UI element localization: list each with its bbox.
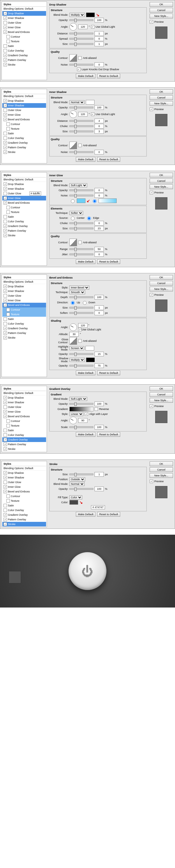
checkbox[interactable]: ✓	[3, 16, 7, 20]
checkbox[interactable]	[3, 136, 7, 140]
checkbox[interactable]: ✓	[3, 485, 7, 489]
radio-color[interactable]	[71, 199, 75, 203]
style-item-bevel_emboss[interactable]: ✓Bevel and Emboss	[2, 303, 46, 307]
checkbox[interactable]: ✓	[91, 113, 94, 116]
style-item-gradient_overlay[interactable]: ✓Gradient Overlay	[2, 326, 46, 331]
reset-default-button[interactable]: Reset to Default	[97, 74, 120, 79]
checkbox[interactable]: ✓	[3, 285, 7, 288]
new-style-button[interactable]: New Style...	[150, 473, 173, 478]
checkbox[interactable]	[6, 419, 10, 423]
value-input[interactable]	[94, 472, 104, 477]
style-item-stroke[interactable]: ✓Stroke	[2, 233, 46, 238]
style-item-satin[interactable]: Satin	[2, 428, 46, 433]
radio-edge[interactable]	[87, 216, 91, 220]
checkbox[interactable]	[3, 21, 7, 25]
radio-gradient[interactable]	[93, 199, 96, 203]
slider[interactable]	[69, 106, 93, 108]
contour-picker[interactable]	[69, 239, 77, 246]
ok-button[interactable]: OK	[150, 89, 173, 94]
angle-dial[interactable]	[69, 323, 77, 331]
select[interactable]: Soft Light	[69, 183, 87, 187]
checkbox[interactable]: ✓	[3, 113, 7, 117]
new-style-button[interactable]: New Style...	[150, 287, 173, 291]
checkbox[interactable]	[3, 192, 7, 195]
gradient-swatch[interactable]	[98, 198, 117, 203]
checkbox[interactable]	[3, 44, 7, 48]
checkbox[interactable]: ✓	[3, 234, 7, 237]
style-item-gradient_overlay[interactable]: ✓Gradient Overlay	[2, 437, 46, 442]
make-default-button[interactable]: Make Default	[76, 157, 95, 162]
checkbox[interactable]: ✓	[3, 229, 7, 232]
checkbox[interactable]	[6, 35, 10, 38]
reset-default-button[interactable]: Reset to Default	[97, 432, 120, 437]
slider[interactable]	[69, 296, 93, 298]
checkbox[interactable]: ✓	[3, 141, 7, 145]
value-input[interactable]	[94, 305, 104, 310]
select[interactable]: Color	[69, 495, 82, 499]
angle-dial[interactable]	[69, 23, 77, 31]
slider[interactable]	[69, 488, 93, 490]
style-item-satin[interactable]: Satin	[2, 131, 46, 136]
style-item-texture[interactable]: Texture	[2, 126, 46, 131]
make-default-button[interactable]: Make Default	[76, 74, 95, 79]
checkbox[interactable]: ✓	[77, 68, 81, 71]
checkbox[interactable]	[3, 132, 7, 135]
style-item-pattern_overlay[interactable]: ✓Pattern Overlay	[2, 228, 46, 233]
style-item-inner_glow[interactable]: ✓Inner Glow	[2, 409, 46, 414]
checkbox[interactable]	[3, 405, 7, 409]
checkbox[interactable]	[3, 322, 7, 326]
style-item-drop_shadow[interactable]: ✓Drop Shadow	[2, 471, 46, 475]
slider[interactable]	[69, 426, 93, 428]
ok-button[interactable]: OK	[150, 2, 173, 7]
select[interactable]: Normal	[69, 100, 85, 104]
checkbox[interactable]: ✓	[85, 412, 88, 416]
angle-dial[interactable]	[69, 111, 77, 118]
slider[interactable]	[69, 307, 93, 309]
reset-default-button[interactable]: Reset to Default	[97, 259, 120, 264]
style-item-color_overlay[interactable]: Color Overlay	[2, 433, 46, 437]
checkbox[interactable]: ✓	[3, 104, 7, 107]
style-item-contour[interactable]: Contour	[2, 122, 46, 126]
value-input[interactable]	[69, 332, 79, 337]
checkbox[interactable]: ✓	[3, 303, 7, 307]
color-swatch[interactable]	[77, 198, 85, 203]
select[interactable]: Linear	[69, 412, 83, 416]
value-input[interactable]	[94, 252, 104, 257]
blending-options[interactable]: Blending Options: Default	[2, 7, 46, 11]
style-item-pattern_overlay[interactable]: ✓Pattern Overlay	[2, 58, 46, 62]
value-input[interactable]	[94, 62, 104, 67]
slider[interactable]	[69, 253, 93, 255]
cancel-button[interactable]: Cancel	[150, 8, 173, 12]
style-item-inner_glow[interactable]: ✓Inner Glow	[2, 298, 46, 303]
select[interactable]: Inner Bevel	[69, 285, 89, 290]
checkbox[interactable]: ✓	[91, 25, 94, 29]
value-input[interactable]	[94, 129, 104, 134]
checkbox[interactable]: ✓	[3, 396, 7, 400]
checkbox[interactable]	[6, 210, 10, 214]
value-input[interactable]	[78, 25, 88, 29]
color-swatch[interactable]	[86, 100, 94, 104]
slider[interactable]	[69, 19, 93, 21]
slider[interactable]	[69, 248, 93, 250]
select[interactable]: Smooth	[69, 290, 85, 294]
checkbox[interactable]	[6, 206, 10, 209]
new-style-button[interactable]: New Style...	[150, 398, 173, 403]
style-item-color_overlay[interactable]: Color Overlay	[2, 508, 46, 513]
checkbox[interactable]: ✓	[150, 107, 153, 111]
slider[interactable]	[69, 125, 93, 127]
checkbox[interactable]: ✓	[3, 201, 7, 205]
value-input[interactable]	[94, 295, 104, 300]
slider[interactable]	[69, 227, 93, 229]
style-item-texture[interactable]: Texture	[2, 312, 46, 317]
checkbox[interactable]	[6, 499, 10, 503]
style-item-pattern_overlay[interactable]: ✓Pattern Overlay	[2, 331, 46, 335]
value-input[interactable]	[94, 150, 104, 154]
checkbox[interactable]: ✓	[150, 293, 153, 297]
checkbox[interactable]	[6, 122, 10, 126]
style-item-contour[interactable]: Contour	[2, 419, 46, 423]
value-input[interactable]	[94, 18, 104, 23]
style-item-pattern_overlay[interactable]: ✓Pattern Overlay	[2, 517, 46, 522]
style-item-bevel_emboss[interactable]: ✓Bevel and Emboss	[2, 30, 46, 34]
blending-options[interactable]: Blending Options: Default	[2, 94, 46, 98]
angle-dial[interactable]	[69, 417, 77, 424]
